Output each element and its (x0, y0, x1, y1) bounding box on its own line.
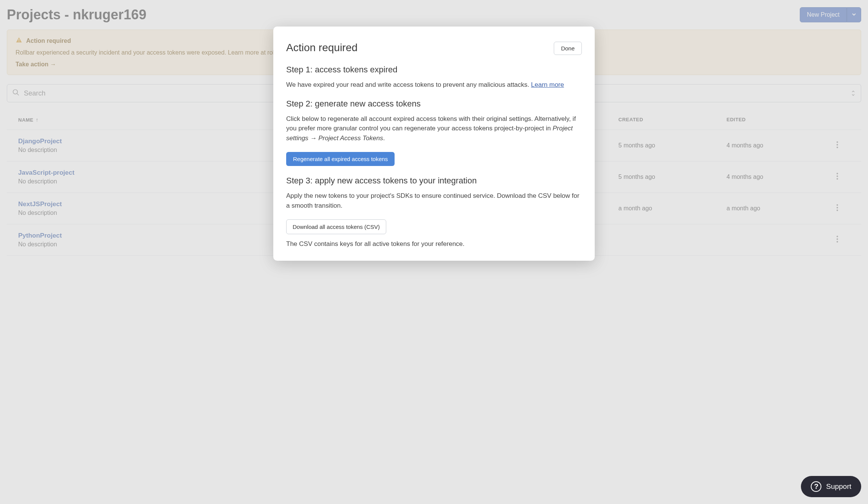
step1-text: We have expired your read and write acce… (286, 80, 582, 90)
step1-heading: Step 1: access tokens expired (286, 65, 582, 75)
learn-more-link[interactable]: Learn more (531, 81, 564, 88)
done-button[interactable]: Done (554, 42, 582, 55)
step2-text: Click below to regenerate all account ex… (286, 114, 582, 143)
regenerate-tokens-button[interactable]: Regenerate all expired access tokens (286, 152, 395, 166)
step3-heading: Step 3: apply new access tokens to your … (286, 176, 582, 186)
download-csv-button[interactable]: Download all access tokens (CSV) (286, 219, 386, 234)
csv-note: The CSV contains keys for all active tok… (286, 240, 582, 248)
action-required-modal: Action required Done Step 1: access toke… (273, 27, 595, 261)
step2-heading: Step 2: generate new access tokens (286, 99, 582, 109)
modal-title: Action required (286, 42, 357, 54)
step3-text: Apply the new tokens to your project's S… (286, 191, 582, 210)
